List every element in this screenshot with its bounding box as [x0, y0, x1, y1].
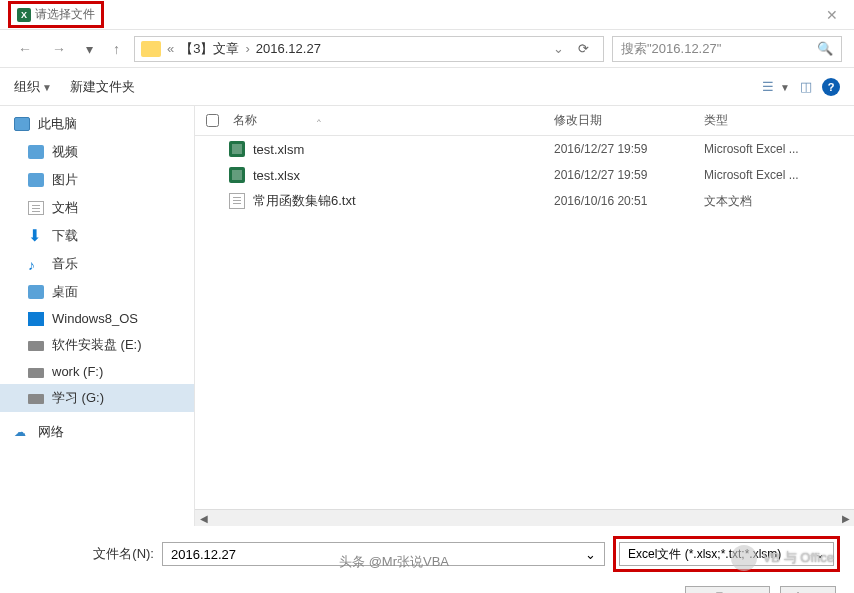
refresh-icon[interactable]: ⟳	[570, 41, 597, 56]
document-icon	[28, 201, 44, 215]
help-icon[interactable]: ?	[822, 78, 840, 96]
folder-icon	[28, 285, 44, 299]
sidebar-item-desktop[interactable]: 桌面	[0, 278, 194, 306]
folder-icon	[141, 41, 161, 57]
download-icon: ⬇	[28, 229, 44, 243]
excel-file-icon	[229, 167, 245, 183]
file-name: 常用函数集锦6.txt	[253, 192, 554, 210]
organize-button[interactable]: 组织▼	[14, 78, 52, 96]
nav-bar: ← → ▾ ↑ « 【3】文章 › 2016.12.27 ⌄ ⟳ 搜索"2016…	[0, 30, 854, 68]
windows-icon	[28, 312, 44, 326]
sidebar-item-documents[interactable]: 文档	[0, 194, 194, 222]
tools-button[interactable]: 工具(L)▼	[685, 586, 770, 593]
text-file-icon	[229, 193, 245, 209]
file-row[interactable]: test.xlsx 2016/12/27 19:59 Microsoft Exc…	[195, 162, 854, 188]
dropdown-icon[interactable]: ⌄	[585, 547, 596, 562]
view-list-icon[interactable]: ☰ ▼	[762, 79, 790, 94]
view-preview-icon[interactable]: ◫	[800, 79, 812, 94]
select-all-checkbox[interactable]	[195, 114, 229, 127]
sidebar-item-downloads[interactable]: ⬇下载	[0, 222, 194, 250]
folder-icon	[28, 173, 44, 187]
breadcrumb[interactable]: « 【3】文章 › 2016.12.27 ⌄ ⟳	[134, 36, 604, 62]
toolbar: 组织▼ 新建文件夹 ☰ ▼ ◫ ?	[0, 68, 854, 106]
file-list: 名称^ 修改日期 类型 test.xlsm 2016/12/27 19:59 M…	[195, 106, 854, 526]
excel-file-icon	[229, 141, 245, 157]
close-icon[interactable]: ✕	[818, 3, 846, 27]
sidebar-item-drive-g[interactable]: 学习 (G:)	[0, 384, 194, 412]
search-input[interactable]: 搜索"2016.12.27" 🔍	[612, 36, 842, 62]
monitor-icon	[14, 117, 30, 131]
drive-icon	[28, 368, 44, 378]
file-date: 2016/12/27 19:59	[554, 142, 704, 156]
sidebar-item-drive-f[interactable]: work (F:)	[0, 359, 194, 384]
column-name[interactable]: 名称^	[229, 112, 554, 129]
music-icon: ♪	[28, 257, 44, 271]
file-row[interactable]: test.xlsm 2016/12/27 19:59 Microsoft Exc…	[195, 136, 854, 162]
scroll-right-icon[interactable]: ▶	[837, 513, 854, 524]
file-header: 名称^ 修改日期 类型	[195, 106, 854, 136]
new-folder-button[interactable]: 新建文件夹	[70, 78, 135, 96]
excel-app-icon	[17, 8, 31, 22]
sidebar-item-pictures[interactable]: 图片	[0, 166, 194, 194]
drive-icon	[28, 341, 44, 351]
search-placeholder: 搜索"2016.12.27"	[621, 40, 721, 58]
scroll-left-icon[interactable]: ◀	[195, 513, 212, 524]
forward-arrow-icon[interactable]: →	[46, 37, 72, 61]
watermark-headline: 头条 @Mr张说VBA	[339, 553, 449, 571]
breadcrumb-sep: ›	[245, 41, 249, 56]
sidebar-item-drive-e[interactable]: 软件安装盘 (E:)	[0, 331, 194, 359]
file-row[interactable]: 常用函数集锦6.txt 2016/10/16 20:51 文本文档	[195, 188, 854, 214]
sidebar-item-this-pc[interactable]: 此电脑	[0, 110, 194, 138]
back-arrow-icon[interactable]: ←	[12, 37, 38, 61]
title-highlight-box: 请选择文件	[8, 1, 104, 28]
sidebar-item-music[interactable]: ♪音乐	[0, 250, 194, 278]
open-button[interactable]: 打开	[780, 586, 836, 593]
breadcrumb-sep: «	[167, 41, 174, 56]
network-icon: ☁	[14, 425, 30, 439]
recent-dropdown-icon[interactable]: ▾	[80, 37, 99, 61]
breadcrumb-folder[interactable]: 【3】文章	[180, 40, 239, 58]
file-name: test.xlsm	[253, 142, 554, 157]
breadcrumb-dropdown-icon[interactable]: ⌄	[553, 41, 564, 56]
file-type: Microsoft Excel ...	[704, 168, 854, 182]
sidebar-item-windows8-os[interactable]: Windows8_OS	[0, 306, 194, 331]
file-name: test.xlsx	[253, 168, 554, 183]
column-type[interactable]: 类型	[704, 112, 854, 129]
view-controls: ☰ ▼ ◫ ?	[762, 78, 840, 96]
sort-indicator-icon: ^	[317, 117, 321, 126]
up-arrow-icon[interactable]: ↑	[107, 37, 126, 61]
horizontal-scrollbar[interactable]: ◀ ▶	[195, 509, 854, 526]
file-type: Microsoft Excel ...	[704, 142, 854, 156]
titlebar: 请选择文件 ✕	[0, 0, 854, 30]
watermark-badge: VB 与 Office	[731, 545, 834, 571]
file-type: 文本文档	[704, 193, 854, 210]
window-title: 请选择文件	[35, 6, 95, 23]
sidebar-item-network[interactable]: ☁网络	[0, 418, 194, 446]
file-date: 2016/10/16 20:51	[554, 194, 704, 208]
search-icon: 🔍	[817, 41, 833, 56]
watermark-logo-icon	[731, 545, 757, 571]
sidebar: 此电脑 视频 图片 文档 ⬇下载 ♪音乐 桌面 Windows8_OS 软件安装…	[0, 106, 195, 526]
sidebar-item-videos[interactable]: 视频	[0, 138, 194, 166]
filename-label: 文件名(N):	[14, 545, 154, 563]
drive-icon	[28, 394, 44, 404]
column-date[interactable]: 修改日期	[554, 112, 704, 129]
file-date: 2016/12/27 19:59	[554, 168, 704, 182]
breadcrumb-current[interactable]: 2016.12.27	[256, 41, 321, 56]
main-area: 此电脑 视频 图片 文档 ⬇下载 ♪音乐 桌面 Windows8_OS 软件安装…	[0, 106, 854, 526]
folder-icon	[28, 145, 44, 159]
